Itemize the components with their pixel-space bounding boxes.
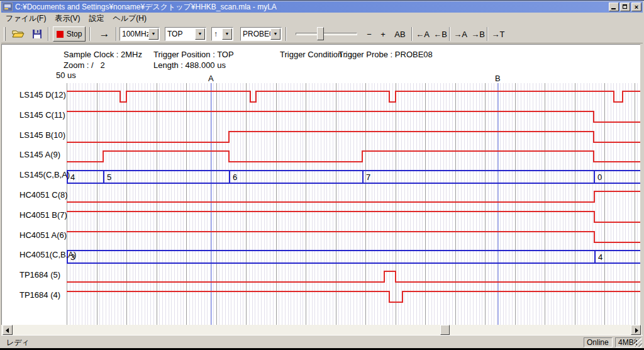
goto-marker-b-button[interactable]: ←B: [433, 26, 448, 42]
menu-help[interactable]: ヘルプ(H): [108, 12, 151, 25]
toolbar: Stop → 100MHz ▼ TOP ▼ ↑ ▼ PROBE00 ▼ − + …: [1, 25, 643, 43]
ab-range-button[interactable]: AB: [392, 26, 408, 42]
title-bar[interactable]: C:¥Documents and Settings¥noname¥デスクトップ¥…: [1, 1, 643, 13]
scroll-right-button[interactable]: [631, 325, 641, 335]
toolbar-separator: [48, 27, 49, 41]
chevron-down-icon[interactable]: ▼: [195, 28, 205, 40]
marker-b-label: B: [495, 74, 501, 83]
set-a-label: →A: [453, 30, 467, 39]
stop-label: Stop: [67, 30, 82, 38]
save-floppy-icon: [32, 29, 42, 39]
scroll-left-button[interactable]: [3, 325, 13, 335]
channel-label: LS145 B(10): [19, 130, 65, 140]
info-zoom: Zoom : / 2: [64, 60, 105, 70]
scrollbar-thumb[interactable]: [440, 325, 450, 335]
status-bar: レディ Online 4MBit: [1, 335, 643, 348]
close-icon: ×: [635, 3, 638, 11]
goto-a-label: ←A: [416, 30, 430, 39]
minimize-icon: [611, 8, 616, 9]
zoom-slider-thumb[interactable]: [317, 27, 324, 40]
status-ready: レディ: [3, 337, 581, 347]
bus-value: 0: [597, 172, 602, 182]
sample-clock-select[interactable]: 100MHz ▼: [119, 27, 160, 41]
run-arrow-icon: →: [99, 28, 110, 40]
minimize-button[interactable]: [609, 3, 619, 11]
goto-b-label: ←B: [433, 30, 447, 39]
set-marker-a-button[interactable]: →A: [453, 26, 468, 42]
plus-icon: +: [380, 30, 386, 39]
menu-settings[interactable]: 設定: [84, 12, 108, 25]
app-icon: [3, 3, 13, 11]
window-title: C:¥Documents and Settings¥noname¥デスクトップ¥…: [15, 2, 608, 13]
toolbar-separator: [116, 27, 117, 41]
triangle-left-icon: [6, 328, 9, 333]
goto-trigger-label: →T: [492, 30, 505, 39]
channel-label: TP1684 (4): [19, 290, 60, 300]
bus-value: 4: [70, 172, 75, 182]
toolbar-separator: [89, 27, 91, 41]
info-trigger-position: Trigger Position : TOP: [153, 50, 234, 59]
trigger-edge-value: ↑: [212, 30, 222, 38]
channel-label: TP1684 (5): [19, 270, 60, 279]
channel-label: HC4051 A(6): [19, 230, 67, 240]
ab-label: AB: [394, 30, 405, 39]
bus-value: 7: [366, 172, 370, 182]
app-window: C:¥Documents and Settings¥noname¥デスクトップ¥…: [0, 0, 644, 350]
toolbar-grip: [4, 27, 6, 41]
sample-clock-value: 100MHz: [120, 30, 148, 38]
trigger-edge-select[interactable]: ↑ ▼: [211, 27, 233, 41]
chevron-down-icon[interactable]: ▼: [148, 28, 158, 40]
goto-trigger-button[interactable]: →T: [491, 26, 506, 42]
triangle-right-icon: [635, 328, 638, 333]
channel-label: HC4051 B(7): [19, 210, 67, 220]
save-file-button[interactable]: [29, 26, 45, 42]
open-file-button[interactable]: [10, 26, 26, 42]
channel-label: HC4051 C(8): [19, 190, 68, 200]
toolbar-separator: [449, 27, 450, 41]
toolbar-separator: [411, 27, 413, 41]
channel-label: LS145 A(9): [19, 150, 60, 159]
run-button[interactable]: →: [94, 26, 114, 42]
waveform-plot[interactable]: 4567034: [67, 83, 640, 325]
probe-select[interactable]: PROBE00 ▼: [240, 27, 282, 41]
bus-value: 5: [107, 172, 111, 182]
maximize-button[interactable]: [620, 3, 630, 11]
bus-value: 6: [233, 172, 237, 182]
toolbar-separator: [487, 27, 488, 41]
channel-label: LS145 D(12): [19, 90, 66, 99]
marker-a-label: A: [208, 74, 214, 83]
bus-value: 4: [598, 252, 602, 262]
zoom-out-button[interactable]: −: [364, 26, 375, 42]
set-marker-b-button[interactable]: →B: [470, 26, 486, 42]
horizontal-scrollbar[interactable]: [1, 325, 641, 335]
stop-button[interactable]: Stop: [53, 26, 86, 42]
close-button[interactable]: ×: [631, 3, 641, 11]
probe-value: PROBE00: [241, 30, 270, 38]
info-sample-clock: Sample Clock : 2MHz: [64, 50, 142, 59]
set-b-label: →B: [471, 30, 485, 39]
info-trigger-probe: Trigger Probe : PROBE08: [338, 50, 433, 59]
trigger-position-select[interactable]: TOP ▼: [165, 27, 206, 41]
open-folder-icon: [12, 29, 25, 39]
chevron-down-icon[interactable]: ▼: [270, 28, 280, 40]
stop-icon: [57, 31, 64, 38]
waveform-client-area: Sample Clock : 2MHz Trigger Position : T…: [1, 44, 640, 325]
maximize-icon: [623, 4, 627, 9]
channel-label: LS145 C(11): [19, 110, 65, 120]
status-online-badge: Online: [584, 337, 613, 347]
channel-label: HC4051(C,B,A): [19, 250, 76, 259]
menu-bar: ファイル(F) 表示(V) 設定 ヘルプ(H): [1, 13, 643, 25]
menu-file[interactable]: ファイル(F): [1, 12, 50, 25]
resize-grip[interactable]: [634, 339, 642, 347]
channel-label: LS145(C,B,A): [19, 170, 70, 179]
info-length: Length : 488.000 us: [153, 60, 226, 70]
zoom-slider-track[interactable]: [296, 33, 357, 35]
timebase-label: 50 us: [56, 71, 76, 80]
toolbar-separator: [286, 27, 287, 41]
zoom-in-button[interactable]: +: [377, 26, 389, 42]
trigger-position-value: TOP: [165, 30, 195, 38]
menu-view[interactable]: 表示(V): [50, 12, 84, 25]
chevron-down-icon[interactable]: ▼: [222, 28, 232, 40]
goto-marker-a-button[interactable]: ←A: [415, 26, 430, 42]
minus-icon: −: [367, 30, 372, 39]
